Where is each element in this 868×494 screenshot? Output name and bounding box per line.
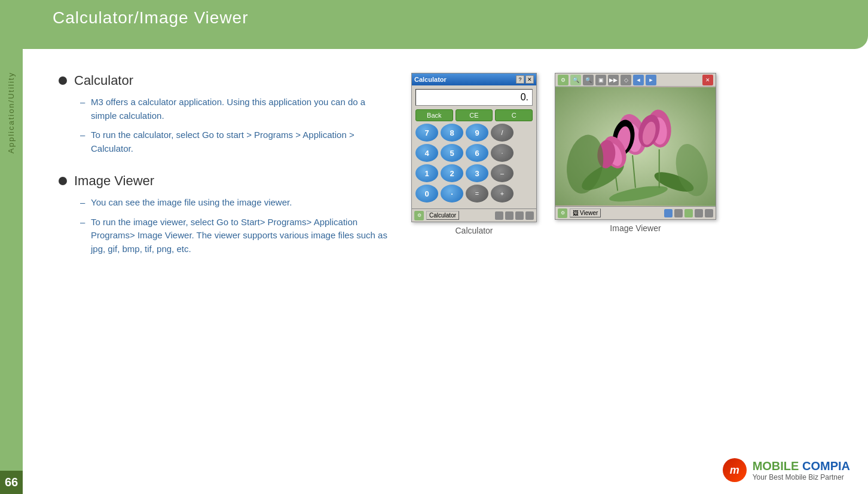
screenshots-area: Calculator ? ✕ 0. Ba: [411, 73, 716, 482]
viewer-taskbar-icon-1: [664, 209, 673, 217]
viewer-icon-2[interactable]: 🔍: [570, 75, 581, 85]
calc-btn-plus[interactable]: +: [491, 185, 514, 202]
text-section: Calculator M3 offers a calculator applic…: [59, 73, 393, 482]
calculator-sub-list: M3 offers a calculator application. Usin…: [80, 96, 393, 155]
image-viewer-screenshot: ⚙ 🔍 🔍 ▣ ▶▶ ◇ ◄ ► ✕: [555, 73, 716, 233]
viewer-icon-8[interactable]: ►: [646, 75, 656, 85]
calculator-sub-1: M3 offers a calculator application. Usin…: [80, 96, 393, 122]
calc-body: 0. Back CE C 7 8: [412, 85, 536, 208]
logo-icon: m: [723, 458, 747, 482]
viewer-taskbar-icon-3: [684, 209, 693, 217]
logo-mobile: MOBILE: [753, 459, 802, 472]
calc-taskbar-label[interactable]: Calculator: [426, 211, 459, 220]
calc-btn-5[interactable]: 5: [441, 144, 463, 162]
calc-taskbar-icon-1: [495, 211, 503, 220]
main-content: Calculator/Image Viewer Calculator M3 of…: [23, 0, 868, 494]
calculator-sub-2: To run the calculator, select Go to star…: [80, 128, 393, 155]
viewer-window: ⚙ 🔍 🔍 ▣ ▶▶ ◇ ◄ ► ✕: [555, 73, 716, 220]
viewer-icon-7[interactable]: ◄: [633, 75, 644, 85]
image-viewer-sub-2: To run the image viewer, select Go to St…: [80, 216, 393, 256]
viewer-taskbar-right: [664, 209, 713, 217]
viewer-taskbar-icon-4: [695, 209, 703, 217]
calc-btn-1[interactable]: 1: [415, 164, 438, 182]
logo-compia: COMPIA: [802, 459, 850, 472]
calc-row-123: 1 2 3 –: [415, 164, 533, 182]
screenshots-row: Calculator ? ✕ 0. Ba: [411, 73, 716, 235]
viewer-icon-5[interactable]: ▶▶: [608, 75, 619, 85]
viewer-taskbar-label[interactable]: 🖼 Viewer: [570, 208, 601, 217]
logo-text: MOBILE COMPIA Your Best Mobile Biz Partn…: [753, 459, 850, 481]
calc-window-title: Calculator: [414, 76, 447, 83]
image-viewer-sub-1: You can see the image file using the ima…: [80, 196, 393, 210]
logo-tagline: Your Best Mobile Biz Partner: [753, 473, 850, 481]
calc-btn-minus[interactable]: –: [491, 164, 514, 182]
viewer-icon-4[interactable]: ▣: [595, 75, 606, 85]
sidebar: Application/Utility 66: [0, 0, 23, 494]
viewer-image-display: [555, 87, 716, 206]
viewer-icon-1[interactable]: ⚙: [558, 75, 569, 85]
calc-close-button[interactable]: ✕: [525, 75, 534, 84]
calc-taskbar-icon-2: [505, 211, 514, 220]
bullet-dot-2: [59, 177, 67, 185]
calc-btn-div[interactable]: /: [491, 124, 514, 142]
calc-help-button[interactable]: ?: [516, 75, 524, 84]
calc-btn-eq[interactable]: =: [466, 185, 488, 202]
viewer-taskbar-icon-2: [674, 209, 683, 217]
calc-btn-8[interactable]: 8: [441, 124, 463, 142]
viewer-taskbar: ⚙ 🖼 Viewer: [555, 206, 716, 219]
calc-btn-2[interactable]: 2: [441, 164, 463, 182]
calc-back-button[interactable]: Back: [415, 109, 453, 121]
viewer-image-svg: [555, 87, 716, 206]
calc-btn-9[interactable]: 9: [466, 124, 488, 142]
logo-brand: MOBILE COMPIA: [753, 459, 850, 473]
calc-taskbar-icon-4: [525, 211, 534, 220]
content-area: Calculator M3 offers a calculator applic…: [23, 49, 868, 494]
calc-btn-3[interactable]: 3: [466, 164, 488, 182]
calc-btn-6[interactable]: 6: [466, 144, 488, 162]
calculator-window: Calculator ? ✕ 0. Ba: [411, 73, 537, 222]
calc-titlebar: Calculator ? ✕: [412, 73, 536, 85]
page-number: 66: [0, 471, 23, 494]
calc-btn-7[interactable]: 7: [415, 124, 438, 142]
calc-c-button[interactable]: C: [495, 109, 533, 121]
bullet-image-viewer: Image Viewer You can see the image file …: [59, 173, 393, 256]
viewer-icon-3[interactable]: 🔍: [583, 75, 594, 85]
calculator-screenshot: Calculator ? ✕ 0. Ba: [411, 73, 537, 235]
calc-taskbar: ⚙ Calculator: [412, 208, 536, 222]
calc-row-456: 4 5 6 ·: [415, 144, 533, 162]
header: Calculator/Image Viewer: [23, 0, 868, 49]
viewer-toolbar: ⚙ 🔍 🔍 ▣ ▶▶ ◇ ◄ ► ✕: [555, 73, 716, 87]
bullet-calculator: Calculator M3 offers a calculator applic…: [59, 73, 393, 155]
calc-btn-dot2[interactable]: ·: [441, 185, 463, 202]
viewer-taskbar-icon: ⚙: [558, 208, 567, 218]
calc-display: 0.: [415, 89, 533, 106]
image-viewer-caption: Image Viewer: [610, 223, 661, 233]
sidebar-text: Application/Utility: [6, 72, 17, 154]
calc-ce-button[interactable]: CE: [456, 109, 493, 121]
viewer-taskbar-icon-5: [705, 209, 713, 217]
calc-btn-0[interactable]: 0: [415, 185, 438, 202]
viewer-icon-small: 🖼: [573, 210, 579, 216]
logo-area: m MOBILE COMPIA Your Best Mobile Biz Par…: [723, 458, 850, 482]
calculator-caption: Calculator: [455, 226, 493, 235]
calc-row-0eq: 0 · = +: [415, 185, 533, 202]
calc-btn-4[interactable]: 4: [415, 144, 438, 162]
image-viewer-sub-list: You can see the image file using the ima…: [80, 196, 393, 256]
viewer-icon-6[interactable]: ◇: [621, 75, 631, 85]
calc-btn-dot1[interactable]: ·: [491, 144, 514, 162]
calc-taskbar-icon-3: [515, 211, 524, 220]
calc-taskbar-icon: ⚙: [414, 211, 424, 220]
calc-row-bce: Back CE C: [415, 109, 533, 121]
page-title: Calculator/Image Viewer: [53, 8, 249, 27]
bullet-dot-1: [59, 76, 67, 85]
calculator-title: Calculator: [59, 73, 393, 88]
image-viewer-title: Image Viewer: [59, 173, 393, 189]
calc-row-789: 7 8 9 /: [415, 124, 533, 142]
calc-title-buttons: ? ✕: [516, 75, 534, 84]
viewer-close-icon[interactable]: ✕: [702, 75, 713, 85]
calc-taskbar-right-icons: [495, 211, 534, 220]
